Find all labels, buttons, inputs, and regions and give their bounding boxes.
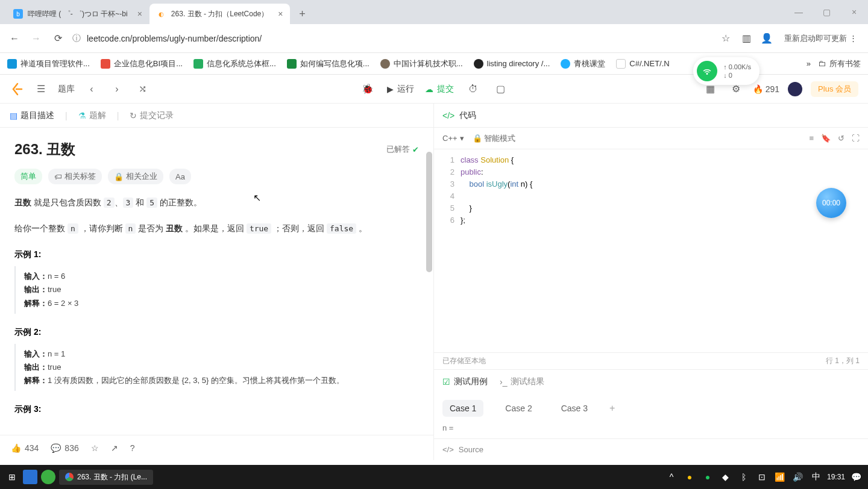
case-3[interactable]: Case 3 — [554, 400, 595, 417]
tray-up-icon[interactable]: ^ — [664, 470, 679, 484]
bookmark-label: 信息化系统总体框... — [207, 58, 276, 69]
language-select[interactable]: C++▾ — [442, 134, 464, 143]
favorite-button[interactable]: ☆ — [91, 443, 99, 453]
back-button[interactable]: ← — [7, 31, 22, 46]
network-stats: ↑ 0.00K/s ↓ 0 — [723, 63, 751, 79]
url-field[interactable]: ⓘ leetcode.cn/problems/ugly-number/descr… — [72, 33, 712, 44]
example-3-title: 示例 3: — [14, 404, 419, 415]
side-panel-icon[interactable]: ▥ — [740, 32, 753, 45]
smart-mode[interactable]: 🔒 智能模式 — [473, 133, 516, 144]
tab-solution[interactable]: ⚗题解 — [78, 110, 106, 121]
taskbar-app-icon[interactable] — [23, 470, 37, 484]
volume-icon[interactable]: 🔊 — [791, 470, 805, 484]
window-controls: — ▢ × — [785, 0, 868, 24]
svg-point-0 — [706, 73, 708, 75]
star-icon[interactable]: ☆ — [719, 32, 732, 45]
new-tab-button[interactable]: + — [294, 5, 310, 22]
bookmark[interactable]: 企业信息化BI项目... — [101, 58, 183, 69]
close-icon[interactable]: × — [278, 9, 283, 19]
maximize-button[interactable]: ▢ — [813, 0, 840, 24]
hint-chip[interactable]: Aa — [169, 169, 191, 184]
problem-list-icon[interactable]: ☰ — [33, 81, 49, 98]
bluetooth-icon[interactable]: ᛒ — [737, 470, 751, 484]
bilibili-icon: b — [13, 9, 23, 19]
code-editor[interactable]: 123456 class Solution { public: bool isU… — [434, 149, 868, 352]
bookmarks-overflow[interactable]: » — [807, 59, 811, 68]
help-button[interactable]: ? — [130, 443, 135, 453]
site-info-icon[interactable]: ⓘ — [72, 33, 81, 44]
bookmark[interactable]: 青桃课堂 — [561, 58, 605, 69]
network-widget[interactable]: ↑ 0.00K/s ↓ 0 — [693, 57, 760, 85]
taskbar-chrome-window[interactable]: 263. 丑数 - 力扣 (Le... — [59, 470, 153, 485]
next-problem-button[interactable]: › — [108, 81, 125, 98]
avatar[interactable] — [788, 82, 802, 96]
case-2[interactable]: Case 2 — [498, 400, 539, 417]
close-button[interactable]: × — [840, 0, 868, 24]
reload-button[interactable]: ⟳ — [51, 31, 65, 46]
timer-icon[interactable]: ⏱ — [465, 81, 482, 98]
close-icon[interactable]: × — [137, 9, 142, 19]
test-case-bar: Case 1 Case 2 Case 3 + — [434, 393, 868, 423]
fullscreen-icon[interactable]: ⛶ — [852, 134, 860, 143]
bookmark[interactable]: listing directory /... — [474, 59, 550, 69]
debug-icon[interactable]: 🐞 — [359, 81, 376, 98]
relaunch-update-button[interactable]: 重新启动即可更新 ⋮ — [781, 33, 861, 44]
source-bar[interactable]: </> Source — [434, 438, 868, 460]
bookmark[interactable]: 信息化系统总体框... — [193, 58, 276, 69]
tray-icon[interactable]: ● — [700, 470, 715, 484]
tab-test-results[interactable]: ›_测试结果 — [500, 376, 544, 387]
url-text: leetcode.cn/problems/ugly-number/descrip… — [87, 34, 262, 43]
tray-icon[interactable]: ⊡ — [755, 470, 769, 484]
likes-count: 434 — [25, 443, 39, 453]
forward-button[interactable]: → — [29, 31, 43, 46]
shuffle-button[interactable]: ⤭ — [134, 81, 151, 98]
clock[interactable]: 19:31 — [827, 473, 845, 481]
prev-problem-button[interactable]: ‹ — [83, 81, 100, 98]
taskbar-app-icon[interactable] — [41, 470, 55, 484]
reset-icon[interactable]: ↺ — [838, 134, 844, 143]
share-button[interactable]: ↗ — [111, 443, 118, 453]
timer-bubble[interactable]: 00:00 — [816, 188, 846, 218]
streak[interactable]: 🔥291 — [753, 84, 779, 94]
bookmark[interactable]: 如何编写信息化项... — [287, 58, 370, 69]
example-1-block: 输入：n = 6 输出：true 解释：6 = 2 × 3 — [14, 266, 419, 313]
bookmark[interactable]: 中国计算机技术职... — [380, 58, 463, 69]
submit-button[interactable]: ☁提交 — [425, 84, 454, 95]
leetcode-logo[interactable] — [10, 82, 24, 96]
likes[interactable]: 👍434 — [11, 443, 39, 453]
menu-icon[interactable]: ⋮ — [849, 34, 857, 43]
scrollbar-thumb[interactable] — [426, 152, 432, 272]
bookmark[interactable]: C#/.NET/.N — [616, 59, 669, 69]
difficulty-chip[interactable]: 简单 — [14, 169, 42, 184]
tray-icon[interactable]: ● — [682, 470, 697, 484]
cloud-upload-icon: ☁ — [425, 84, 433, 94]
case-1[interactable]: Case 1 — [442, 400, 483, 417]
all-bookmarks[interactable]: 🗀所有书签 — [818, 58, 861, 69]
cursor-position: 行 1，列 1 — [826, 356, 860, 366]
tab-submissions[interactable]: ↻提交记录 — [130, 110, 174, 121]
bookmark-icon[interactable]: 🔖 — [821, 134, 831, 143]
browser-tab-leetcode[interactable]: ◐ 263. 丑数 - 力扣（LeetCode） × — [149, 4, 291, 24]
comments[interactable]: 💬836 — [51, 443, 78, 453]
ime-icon[interactable]: 中 — [809, 470, 823, 484]
browser-tabs: b 哔哩哔哩 ( ゜- ゜)つロ 干杯~-bi × ◐ 263. 丑数 - 力扣… — [0, 0, 868, 24]
notifications-icon[interactable]: 💬 — [849, 470, 863, 484]
profile-icon[interactable]: 👤 — [760, 32, 773, 45]
wifi-icon[interactable]: 📶 — [773, 470, 787, 484]
related-tags-chip[interactable]: 🏷相关标签 — [48, 169, 102, 184]
minimize-button[interactable]: — — [785, 0, 813, 24]
library-label[interactable]: 题库 — [58, 84, 75, 95]
tab-test-cases[interactable]: ☑测试用例 — [442, 376, 488, 387]
bookmark[interactable]: 禅道项目管理软件... — [7, 58, 90, 69]
note-icon[interactable]: ▢ — [492, 81, 509, 98]
format-icon[interactable]: ≡ — [809, 134, 814, 143]
related-companies-chip[interactable]: 🔒相关企业 — [108, 169, 163, 184]
start-button[interactable]: ⊞ — [5, 470, 19, 484]
tray-icon[interactable]: ◆ — [719, 470, 733, 484]
plus-button[interactable]: Plus 会员 — [811, 81, 858, 97]
tab-description[interactable]: ▤题目描述 — [10, 110, 54, 121]
browser-tab-bilibili[interactable]: b 哔哩哔哩 ( ゜- ゜)つロ 干杯~-bi × — [6, 4, 149, 24]
run-button[interactable]: ▶运行 — [387, 84, 414, 95]
add-case-button[interactable]: + — [609, 403, 615, 414]
comment-icon: 💬 — [51, 443, 61, 453]
